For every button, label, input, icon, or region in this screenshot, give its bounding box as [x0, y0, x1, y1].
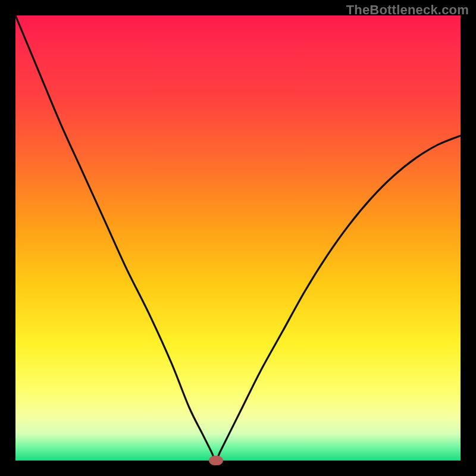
optimal-point-marker — [209, 456, 223, 465]
plot-area — [15, 15, 461, 461]
bottleneck-curve — [15, 15, 461, 461]
chart-frame: TheBottleneck.com — [0, 0, 476, 476]
